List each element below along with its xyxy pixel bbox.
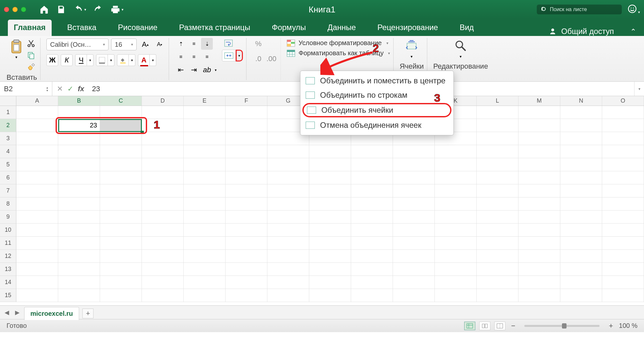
cell-N2[interactable] [560,119,602,132]
confirm-formula-icon[interactable]: ✓ [67,85,73,93]
cell-H7[interactable] [309,184,351,197]
cell-G13[interactable] [267,263,309,276]
cell-D7[interactable] [142,184,184,197]
cell-L4[interactable] [477,145,518,158]
cell-M7[interactable] [518,184,560,197]
column-header-F[interactable]: F [226,96,267,106]
cell-G12[interactable] [267,250,309,263]
cell-M13[interactable] [518,263,560,276]
share-button[interactable]: Общий доступ [550,27,614,36]
tab-data[interactable]: Данные [322,20,362,36]
cell-I8[interactable] [351,197,393,211]
cell-C5[interactable] [100,158,142,171]
cell-G9[interactable] [267,211,309,224]
cell-A3[interactable] [16,132,58,145]
cell-A14[interactable] [16,276,58,289]
increase-decimal-icon[interactable]: .0 [252,53,264,65]
page-layout-view-icon[interactable] [479,322,490,330]
tab-draw[interactable]: Рисование [112,20,163,36]
cell-D3[interactable] [142,132,184,145]
paste-button[interactable]: ▾ [8,38,24,59]
row-header-12[interactable]: 12 [0,250,16,263]
cell-B1[interactable] [58,106,100,119]
sheet-nav-next-icon[interactable]: ▶ [14,309,21,316]
cell-B5[interactable] [58,158,100,171]
home-icon[interactable] [39,5,49,14]
cell-L10[interactable] [477,224,518,237]
cell-A1[interactable] [16,106,58,119]
cell-M8[interactable] [518,197,560,211]
cell-E1[interactable] [184,106,226,119]
cell-B2[interactable]: 23 [58,119,100,132]
cell-O15[interactable] [602,289,644,302]
cell-B6[interactable] [58,171,100,184]
minimize-window-icon[interactable] [12,7,18,12]
merge-dropdown-button[interactable]: ▾ [236,50,243,61]
zoom-slider[interactable] [524,325,600,327]
cell-I13[interactable] [351,263,393,276]
underline-button[interactable]: Ч [75,54,87,66]
cell-I6[interactable] [351,171,393,184]
cell-I7[interactable] [351,184,393,197]
percent-icon[interactable]: % [252,38,264,50]
cell-D11[interactable] [142,237,184,250]
column-header-M[interactable]: M [518,96,560,106]
cell-H8[interactable] [309,197,351,211]
merge-center-button[interactable] [222,50,236,61]
tab-page-layout[interactable]: Разметка страницы [173,20,256,36]
cell-D2[interactable] [142,119,184,132]
cell-O7[interactable] [602,184,644,197]
cell-H11[interactable] [309,237,351,250]
editing-button[interactable]: ▾ [451,38,470,60]
name-box-stepper[interactable]: ▴▾ [46,86,48,92]
fullscreen-window-icon[interactable] [21,7,26,12]
cell-B9[interactable] [58,211,100,224]
cell-N9[interactable] [560,211,602,224]
cell-N15[interactable] [560,289,602,302]
align-center-icon[interactable]: ≡ [188,51,200,63]
cell-D13[interactable] [142,263,184,276]
underline-dropdown[interactable]: ▾ [87,54,93,66]
cell-F10[interactable] [226,224,267,237]
column-header-B[interactable]: B [58,96,100,106]
cell-A15[interactable] [16,289,58,302]
cell-I11[interactable] [351,237,393,250]
sheet-nav-prev-icon[interactable]: ◀ [3,309,10,316]
font-size-combo[interactable]: 16▾ [111,39,137,50]
cell-L14[interactable] [477,276,518,289]
align-bottom-icon[interactable]: ⇣ [201,38,213,50]
cell-F12[interactable] [226,250,267,263]
cell-A2[interactable] [16,119,58,132]
cell-B11[interactable] [58,237,100,250]
cell-F9[interactable] [226,211,267,224]
save-icon[interactable] [56,5,66,14]
undo-button[interactable]: ▾ [73,5,86,14]
cell-C13[interactable] [100,263,142,276]
cell-B13[interactable] [58,263,100,276]
cell-E13[interactable] [184,263,226,276]
cell-L15[interactable] [477,289,518,302]
cell-H4[interactable] [309,145,351,158]
cell-G15[interactable] [267,289,309,302]
row-header-8[interactable]: 8 [0,197,16,211]
cell-O11[interactable] [602,237,644,250]
cell-N4[interactable] [560,145,602,158]
cell-B3[interactable] [58,132,100,145]
cancel-formula-icon[interactable]: ✕ [57,85,63,93]
zoom-out-button[interactable]: − [509,322,517,330]
fill-color-dropdown[interactable]: ▾ [129,54,135,66]
cell-K6[interactable] [435,171,477,184]
cell-L8[interactable] [477,197,518,211]
cell-M2[interactable] [518,119,560,132]
cell-C6[interactable] [100,171,142,184]
fx-icon[interactable]: fx [78,85,84,93]
row-header-15[interactable]: 15 [0,289,16,302]
column-header-E[interactable]: E [184,96,226,106]
cell-J14[interactable] [393,276,435,289]
cell-N10[interactable] [560,224,602,237]
cell-J4[interactable] [393,145,435,158]
tab-formulas[interactable]: Формулы [266,20,312,36]
cell-H10[interactable] [309,224,351,237]
tab-review[interactable]: Рецензирование [372,20,444,36]
column-header-N[interactable]: N [560,96,602,106]
